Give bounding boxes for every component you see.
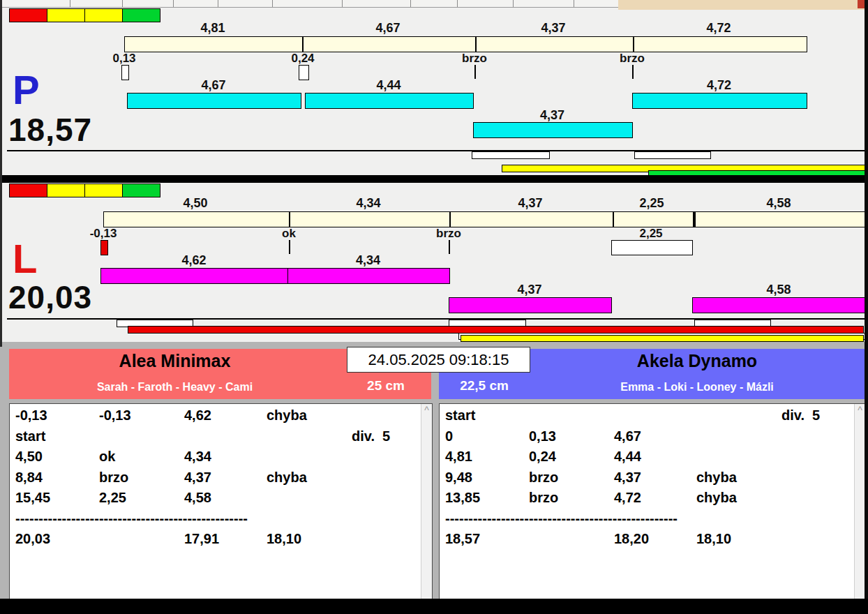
- result-cell: brzo: [529, 490, 558, 506]
- side-letter-L: L: [13, 239, 37, 279]
- split-ruler-P: [124, 36, 807, 52]
- measure-bar-P: [305, 93, 474, 109]
- team-name-left: Alea Minimax: [9, 351, 341, 371]
- result-row: ----------------------------------------…: [440, 511, 865, 531]
- result-cell: brzo: [529, 470, 558, 486]
- result-cell: chyba: [696, 470, 737, 486]
- side-letter-P: P: [13, 70, 40, 110]
- bar-time-label: 4,67: [201, 78, 225, 93]
- result-cell: 0,24: [529, 449, 556, 465]
- result-separator: ----------------------------------------…: [15, 511, 248, 527]
- result-row: 13,85brzo4,72chyba: [440, 490, 865, 510]
- legend-cell-0: [9, 8, 47, 22]
- team-handlers-left: Sarah - Faroth - Heavy - Cami: [9, 381, 341, 394]
- result-cell: 2,25: [99, 490, 126, 506]
- tick-box-marker: [100, 240, 108, 255]
- tick-label: 2,25: [639, 227, 662, 241]
- split-time-label: 2,25: [639, 196, 664, 211]
- result-row: -0,13-0,134,62chyba: [10, 407, 432, 428]
- result-cell: 4,37: [614, 470, 641, 486]
- tick-line-marker: [289, 240, 290, 254]
- measure-bar-L: [287, 268, 450, 284]
- bar-time-label: 4,44: [376, 78, 401, 93]
- measure-bar-L: [100, 268, 289, 284]
- legend-cell-3: [122, 8, 160, 22]
- result-row: 4,810,244,44: [440, 449, 865, 469]
- tick-line-marker: [632, 65, 634, 79]
- tick-label: -0,13: [90, 227, 117, 241]
- result-row: startdiv. 5: [440, 407, 865, 428]
- legend-cell-2: [84, 8, 123, 22]
- result-row: 20,0317,9118,10: [10, 531, 432, 551]
- result-separator: ----------------------------------------…: [445, 511, 678, 527]
- tick-label: 0,24: [291, 52, 314, 66]
- result-cell: 4,50: [15, 449, 43, 465]
- tick-label: 0,13: [112, 52, 135, 66]
- split-time-label: 4,58: [766, 196, 791, 211]
- total-time-L: 20,03: [8, 281, 92, 313]
- measure-bar-L: [692, 297, 867, 313]
- split-time-label: 4,37: [541, 21, 565, 36]
- split-time-label: 4,37: [518, 196, 542, 211]
- division-label: div. 5: [781, 407, 820, 424]
- bottom-black-band: [0, 599, 868, 614]
- result-cell: 0,13: [529, 428, 556, 444]
- result-strip: [472, 151, 550, 159]
- bar-time-label: 4,62: [181, 253, 206, 268]
- split-time-label: 4,67: [375, 21, 400, 36]
- result-row: 9,48brzo4,37chyba: [440, 470, 865, 490]
- split-time-label: 4,50: [183, 196, 207, 211]
- bar-time-label: 4,58: [766, 283, 791, 297]
- tick-box-marker: [121, 65, 129, 80]
- ruler-divider: [289, 212, 290, 227]
- team-handlers-right: Emma - Loki - Looney - Mázli: [530, 381, 865, 394]
- result-row: ----------------------------------------…: [10, 511, 432, 531]
- result-cell: start: [445, 407, 475, 424]
- panel-divider-band: [0, 175, 868, 183]
- result-cell: 17,91: [184, 531, 219, 547]
- ruler-divider: [475, 37, 477, 52]
- measure-bar-L: [449, 297, 612, 313]
- baseline-P: [7, 150, 865, 151]
- result-cell: 4,44: [614, 449, 641, 465]
- result-cell: 15,45: [15, 490, 50, 506]
- legend-cell-1: [47, 8, 85, 22]
- ruler-divider: [613, 212, 614, 227]
- result-cell: 20,03: [15, 531, 50, 547]
- result-cell: 4,37: [184, 470, 211, 486]
- result-row: 8,84brzo4,37chyba: [10, 470, 432, 490]
- ruler-divider: [693, 212, 696, 227]
- result-cell: 13,85: [445, 490, 480, 506]
- legend-cell-0: [9, 184, 47, 197]
- result-cell: 8,84: [15, 470, 43, 486]
- bar-time-label: 4,37: [540, 108, 564, 123]
- result-cell: 4,34: [184, 449, 211, 465]
- tick-line-marker: [449, 240, 450, 254]
- result-row: 15,452,254,58: [10, 490, 432, 510]
- jump-height-left: 25 cm: [341, 378, 431, 394]
- result-cell: 4,81: [445, 449, 472, 465]
- window-edge-right: [865, 0, 868, 599]
- jump-height-right: 22,5 cm: [439, 378, 530, 394]
- datetime-display: 24.05.2025 09:18:15: [347, 347, 530, 373]
- tick-box-marker: [611, 240, 693, 255]
- result-row: startdiv. 5: [10, 428, 432, 449]
- result-row: 00,134,67: [440, 428, 865, 449]
- result-strip: [461, 335, 864, 342]
- ruler-divider: [633, 37, 634, 52]
- tick-label: ok: [282, 227, 296, 241]
- split-time-label: 4,72: [706, 21, 731, 36]
- result-row: 4,50ok4,34: [10, 449, 432, 469]
- team-name-right: Akela Dynamo: [530, 351, 865, 371]
- bar-time-label: 4,72: [707, 78, 731, 93]
- result-cell: chyba: [696, 490, 737, 506]
- bar-time-label: 4,34: [356, 253, 380, 268]
- division-label: div. 5: [352, 428, 390, 444]
- measure-bar-P: [127, 93, 301, 109]
- split-ruler-L: [103, 211, 867, 227]
- timing-app-window: 4,814,674,374,720,130,24brzobrzo4,674,44…: [0, 0, 868, 614]
- result-cell: ok: [99, 449, 115, 465]
- results-panel-right: ^ startdiv. 500,134,674,810,244,449,48br…: [439, 403, 866, 599]
- result-cell: 4,58: [184, 490, 211, 506]
- tick-label: brzo: [462, 52, 487, 66]
